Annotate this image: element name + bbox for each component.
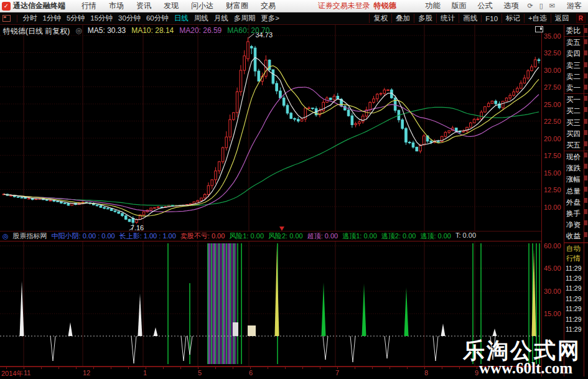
indicator-output: 逃顶2: 0.00	[381, 232, 416, 241]
tool-叠加[interactable]: 叠加	[391, 14, 414, 23]
ma-value: MA60: 20.70	[227, 26, 269, 37]
value-fragment	[584, 119, 587, 124]
ma-value: MA10: 28.14	[131, 26, 174, 37]
month-label: 6	[249, 369, 253, 377]
value-fragment	[584, 187, 587, 192]
price-tick: 32.50	[544, 49, 561, 57]
period-1分钟[interactable]: 1分钟	[43, 14, 61, 23]
refresh-icon[interactable]: ⟳	[528, 2, 533, 10]
main-chart-area[interactable]: 特锐德(日线 前复权) ◎ MA5: 30.33MA10: 28.14MA20:…	[0, 25, 542, 231]
axis-tick	[390, 367, 390, 369]
price-tick: 10.00	[544, 204, 561, 211]
current-stock-name[interactable]: 特锐德	[374, 1, 396, 11]
adjust-icon[interactable]: ◎	[75, 26, 82, 37]
period-60分钟[interactable]: 60分钟	[146, 14, 169, 23]
axis-tick	[180, 367, 181, 369]
tool-统计[interactable]: 统计	[436, 14, 459, 23]
menu-版面[interactable]: 版面	[452, 1, 467, 11]
price-tick: 30.00	[544, 67, 561, 74]
menu-公式[interactable]: 公式	[478, 1, 493, 11]
axis-tick	[58, 367, 59, 369]
axis-tick	[459, 367, 460, 369]
menu-功能[interactable]: 功能	[426, 1, 441, 11]
tool-复权[interactable]: 复权	[369, 14, 391, 23]
mobile-icon[interactable]: ▯	[539, 2, 543, 10]
menu-发现[interactable]: 发现	[164, 1, 179, 11]
sidebar-value-border	[584, 25, 584, 377]
menu-交易[interactable]: 交易	[261, 1, 276, 11]
chart-header: 特锐德(日线 前复权) ◎ MA5: 30.33MA10: 28.14MA20:…	[3, 26, 269, 37]
period-toolbar: 分时1分钟5分钟15分钟30分钟60分钟日线周线月线多周期更多> 复权叠加多股统…	[0, 12, 588, 25]
period-30分钟[interactable]: 30分钟	[118, 14, 141, 23]
price-tick: 20.00	[544, 135, 561, 143]
candlestick-chart[interactable]: 34.737.16	[0, 25, 542, 231]
tool-+自选[interactable]: +自选	[524, 14, 551, 23]
menu-行情[interactable]: 行情	[82, 1, 96, 11]
price-tick: 15.00	[544, 169, 561, 177]
menu-问小达[interactable]: 问小达	[191, 1, 213, 11]
price-tick: 25.00	[544, 101, 561, 108]
chart-title: 特锐德(日线 前复权)	[3, 26, 70, 37]
user-label[interactable]: 游客	[567, 1, 582, 11]
layout-icon[interactable]	[2, 15, 11, 22]
value-fragment	[584, 232, 587, 237]
axis-tick	[372, 367, 373, 369]
tool-返回[interactable]: 返回	[551, 14, 573, 23]
value-fragment	[584, 85, 587, 90]
price-axis: 35.0032.5030.0027.5025.0022.5020.0017.50…	[542, 25, 563, 377]
period-日线[interactable]: 日线	[174, 14, 189, 23]
period-分时[interactable]: 分时	[23, 14, 37, 23]
value-fragment	[584, 39, 587, 44]
indicator-tick: 45.00	[544, 264, 561, 272]
indicator-tick: 30.00	[544, 288, 561, 295]
period-周线[interactable]: 周线	[194, 14, 208, 23]
indicator-source-label[interactable]: 股票指标网	[13, 232, 47, 241]
ma-value: MA5: 30.33	[88, 26, 126, 37]
resource-badge[interactable]: R	[576, 14, 586, 23]
menu-市场[interactable]: 市场	[109, 1, 124, 11]
axis-tick	[128, 367, 129, 369]
indicator-tick: 15.00	[544, 310, 561, 317]
ma-value: MA20: 26.59	[179, 26, 222, 37]
period-更多>[interactable]: 更多>	[261, 14, 279, 23]
value-fragment	[584, 152, 587, 157]
month-label: 7	[335, 369, 339, 377]
period-5分钟[interactable]: 5分钟	[67, 14, 85, 23]
axis-tick	[111, 367, 111, 369]
tool-画线[interactable]: 画线	[459, 14, 481, 23]
axis-tick	[320, 367, 320, 369]
month-label: 11	[24, 369, 30, 377]
menu-选项[interactable]: 选项	[504, 1, 519, 11]
tool-F10[interactable]: F10	[481, 15, 502, 22]
low-annotation: 7.16	[131, 224, 144, 231]
menu-财富圈[interactable]: 财富圈	[226, 1, 248, 11]
window-icon[interactable]	[535, 26, 543, 32]
indicator-title-row: ◎ 股票指标网 中阳小阴: 0.00 : 0.00长上影: 1.00 : 1.0…	[0, 231, 542, 241]
watermark-site-url: www.60lt.com	[465, 360, 586, 377]
month-label: 12	[83, 369, 90, 377]
value-fragment	[584, 107, 587, 112]
chart-right-border	[541, 25, 542, 377]
value-fragment	[584, 220, 587, 225]
indicator-output: 超顶: 0.00	[307, 232, 338, 241]
axis-tick	[268, 367, 268, 369]
month-label: 8	[424, 369, 428, 377]
axis-tick	[215, 367, 216, 369]
tool-多股[interactable]: 多股	[414, 14, 436, 23]
mail-icon[interactable]: ✉	[549, 2, 555, 10]
year-label: 2014年	[1, 369, 23, 378]
indicator-output: T: 0.00	[455, 232, 476, 241]
tool-标记[interactable]: 标记	[502, 14, 524, 23]
price-tick: 27.50	[544, 83, 561, 91]
price-tick: 17.50	[544, 152, 561, 159]
indicator-output: 中阳小阴: 0.00 : 0.00	[52, 232, 115, 241]
period-月线[interactable]: 月线	[214, 14, 228, 23]
period-15分钟[interactable]: 15分钟	[90, 14, 113, 23]
month-label: 1	[143, 369, 147, 377]
axis-tick	[233, 367, 233, 369]
menu-资讯[interactable]: 资讯	[136, 1, 151, 11]
period-多周期[interactable]: 多周期	[234, 14, 256, 23]
value-fragment	[584, 62, 587, 67]
value-fragment	[584, 96, 587, 101]
value-fragment	[584, 130, 587, 135]
